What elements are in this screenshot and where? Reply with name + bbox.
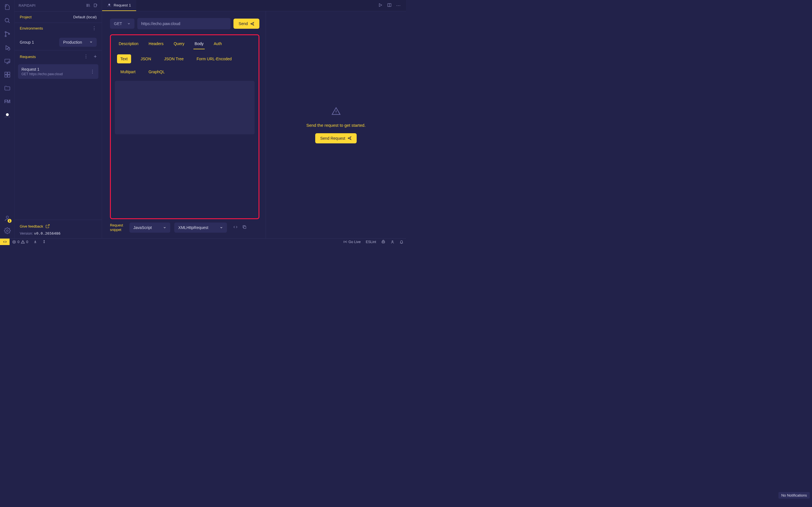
request-tabs: Description Headers Query Body Auth	[115, 40, 255, 49]
person-icon	[391, 240, 395, 244]
code-icon[interactable]	[233, 225, 238, 230]
tab-description[interactable]: Description	[117, 40, 140, 49]
version-text: Version: v0.0.2656486	[20, 231, 97, 235]
svg-point-20	[345, 241, 346, 242]
chevron-down-icon	[163, 226, 166, 229]
tab-title: Request 1	[114, 3, 131, 7]
svg-point-2	[5, 36, 6, 37]
environments-menu-icon[interactable]: ⋮	[92, 25, 97, 31]
svg-point-24	[392, 240, 393, 242]
request-config-panel: Description Headers Query Body Auth Text…	[110, 34, 259, 219]
alert-icon	[331, 107, 341, 117]
status-go-live[interactable]: Go Live	[341, 240, 363, 244]
request-list-item[interactable]: Request 1 GET https://echo.paw.cloud ⋮	[18, 64, 98, 79]
request-item-name: Request 1	[21, 67, 63, 71]
send-button[interactable]: Send	[234, 18, 259, 29]
tab-overflow-icon[interactable]: ⋯	[396, 3, 401, 8]
requests-menu-icon[interactable]: ⋮	[84, 54, 89, 60]
svg-rect-5	[5, 59, 10, 62]
side-panel-header: RAPIDAPI	[15, 0, 102, 11]
folder-icon[interactable]	[4, 84, 11, 92]
copy-icon[interactable]	[242, 225, 247, 230]
status-eslint[interactable]: ESLint	[363, 240, 378, 244]
warning-icon	[21, 240, 25, 244]
svg-rect-14	[94, 4, 96, 7]
environment-dropdown[interactable]: Production	[59, 38, 97, 47]
rapidapi-tab-icon	[107, 3, 111, 8]
svg-rect-10	[8, 72, 10, 74]
extensions-icon[interactable]	[4, 71, 11, 78]
send-request-button[interactable]: Send Request	[315, 133, 357, 144]
send-label: Send	[239, 21, 248, 26]
body-type-json-tree[interactable]: JSON Tree	[161, 54, 187, 63]
svg-point-3	[8, 33, 9, 34]
remote-explorer-icon[interactable]	[4, 57, 11, 65]
tab-headers[interactable]: Headers	[147, 40, 165, 49]
snippet-label: Request snippet	[110, 223, 125, 232]
body-text-input[interactable]	[115, 81, 255, 134]
request-item-detail: GET https://echo.paw.cloud	[21, 72, 63, 76]
svg-point-0	[5, 18, 9, 22]
svg-point-19	[44, 240, 45, 241]
empty-state-text: Send the request to get started.	[306, 123, 365, 128]
settings-icon[interactable]	[4, 227, 11, 234]
status-notifications[interactable]	[397, 240, 406, 244]
method-value: GET	[114, 21, 122, 26]
tab-auth[interactable]: Auth	[213, 40, 223, 49]
status-ports[interactable]	[31, 240, 40, 244]
svg-point-1	[5, 32, 6, 33]
send-icon	[250, 22, 254, 26]
status-copilot[interactable]	[378, 240, 388, 244]
give-feedback-link[interactable]: Give feedback	[20, 224, 97, 228]
account-icon[interactable]: 1	[4, 215, 11, 222]
bell-icon	[400, 240, 403, 244]
svg-point-15	[108, 4, 110, 5]
export-icon[interactable]	[93, 3, 98, 8]
source-control-icon[interactable]	[4, 31, 11, 38]
add-request-icon[interactable]: +	[94, 54, 97, 60]
send-icon	[347, 136, 352, 140]
body-type-graphql[interactable]: GraphQL	[145, 67, 168, 76]
tab-query[interactable]: Query	[172, 40, 186, 49]
rapidapi-icon[interactable]	[4, 112, 11, 119]
chevron-down-icon	[127, 22, 131, 25]
chevron-down-icon	[220, 226, 223, 229]
body-type-selector: Text JSON JSON Tree Form URL-Encoded Mul…	[115, 49, 255, 81]
method-select[interactable]: GET	[110, 18, 135, 29]
split-editor-icon[interactable]	[387, 3, 392, 8]
environments-label: Environments	[20, 26, 43, 31]
search-icon[interactable]	[4, 17, 11, 24]
project-row[interactable]: Project Default (local)	[15, 11, 102, 22]
tab-body[interactable]: Body	[193, 40, 205, 49]
status-feedback[interactable]	[388, 240, 397, 244]
svg-point-13	[6, 230, 8, 231]
body-type-text[interactable]: Text	[117, 54, 131, 63]
explorer-icon[interactable]	[4, 3, 11, 11]
body-type-form-url[interactable]: Form URL-Encoded	[193, 54, 235, 63]
env-group-name: Group 1	[20, 40, 34, 45]
run-icon[interactable]	[378, 3, 383, 8]
request-item-menu-icon[interactable]: ⋮	[90, 69, 95, 74]
svg-rect-8	[5, 75, 7, 77]
port-icon	[33, 240, 37, 244]
project-value: Default (local)	[73, 15, 97, 19]
sync-icon	[42, 240, 46, 244]
url-input[interactable]	[137, 18, 231, 29]
svg-rect-9	[8, 75, 10, 77]
remote-indicator[interactable]	[0, 238, 10, 245]
status-problems[interactable]: 0 0	[10, 240, 31, 244]
status-sync[interactable]	[40, 240, 49, 244]
library-icon[interactable]	[86, 3, 91, 8]
body-type-json[interactable]: JSON	[137, 54, 154, 63]
chevron-down-icon	[89, 40, 93, 45]
svg-point-11	[6, 113, 9, 116]
external-link-icon	[45, 224, 50, 228]
snippet-language-select[interactable]: JavaScript	[130, 223, 170, 233]
fm-icon[interactable]: FM	[4, 98, 11, 105]
debug-icon[interactable]	[4, 44, 11, 51]
copilot-icon	[381, 240, 386, 244]
body-type-multipart[interactable]: Multipart	[117, 67, 139, 76]
editor-tab[interactable]: Request 1	[102, 0, 136, 11]
snippet-library-select[interactable]: XMLHttpRequest	[174, 223, 227, 233]
feedback-label: Give feedback	[20, 224, 43, 228]
